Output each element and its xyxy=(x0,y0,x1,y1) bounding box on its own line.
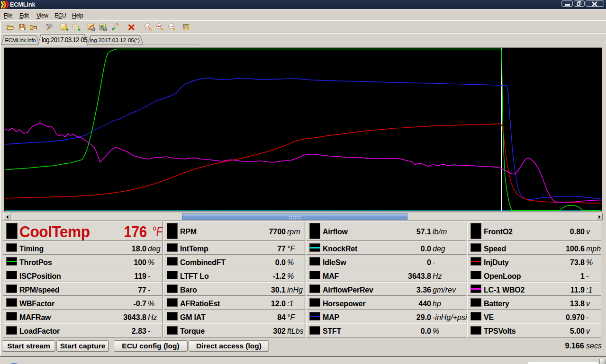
svg-text:ECMLink Info: ECMLink Info xyxy=(5,37,36,43)
svg-text:1:1: 1:1 xyxy=(145,25,150,28)
svg-text:log.2017.03.12-05: log.2017.03.12-05 xyxy=(42,36,88,44)
svg-text:log.2017.03.12-05(*): log.2017.03.12-05(*) xyxy=(90,37,140,43)
